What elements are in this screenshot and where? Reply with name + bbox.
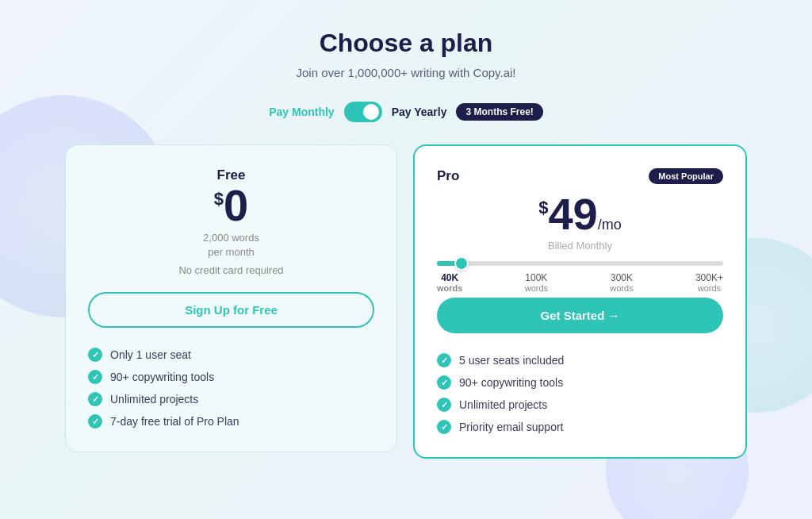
pro-check-icon-4	[437, 420, 451, 434]
slider-labels: 40K words 100K words 300K words 300K+ wo…	[437, 272, 723, 293]
free-feature-4: 7-day free trial of Pro Plan	[88, 410, 374, 432]
slider-thumb[interactable]	[454, 256, 469, 271]
pricing-cards-row: Free $0 2,000 wordsper month No credit c…	[65, 144, 747, 459]
free-feature-1: Only 1 user seat	[88, 344, 374, 366]
pro-cta-button[interactable]: Get Started →	[437, 298, 723, 333]
pro-feature-1: 5 user seats included	[437, 349, 723, 371]
pro-plan-card: Pro Most Popular $49/mo Billed Monthly 4…	[413, 144, 747, 459]
pro-header-row: Pro Most Popular	[437, 168, 723, 184]
free-price-amount: 0	[224, 180, 248, 230]
pro-billed-text: Billed Monthly	[437, 240, 723, 252]
pro-feature-4: Priority email support	[437, 416, 723, 438]
pro-price-per: /mo	[598, 217, 622, 233]
slider-label-40k: 40K words	[437, 272, 462, 293]
slider-amount-300k: 300K	[610, 272, 633, 283]
pro-features-list: 5 user seats included 90+ copywriting to…	[437, 349, 723, 438]
pro-feature-2: 90+ copywriting tools	[437, 371, 723, 394]
free-feature-text-1: Only 1 user seat	[110, 348, 191, 361]
slider-sub-300kplus: words	[695, 283, 723, 293]
slider-amount-300kplus: 300K+	[695, 272, 723, 283]
pro-feature-text-4: Priority email support	[459, 421, 564, 433]
pro-plan-name: Pro	[437, 168, 649, 184]
slider-track	[437, 261, 723, 266]
free-features-list: Only 1 user seat 90+ copywriting tools U…	[88, 344, 374, 432]
slider-amount-100k: 100K	[525, 272, 548, 283]
page-subtitle: Join over 1,000,000+ writing with Copy.a…	[297, 66, 516, 79]
pro-price-amount: 49	[548, 189, 597, 239]
pay-monthly-label: Pay Monthly	[269, 106, 334, 118]
pro-price-row: $49/mo	[437, 192, 723, 236]
pro-feature-text-1: 5 user seats included	[459, 354, 564, 367]
pro-check-icon-1	[437, 353, 451, 367]
pro-feature-text-2: 90+ copywriting tools	[459, 376, 563, 389]
page-wrapper: Choose a plan Join over 1,000,000+ writi…	[0, 0, 812, 475]
slider-sub-300k: words	[610, 283, 633, 293]
free-feature-text-4: 7-day free trial of Pro Plan	[110, 415, 239, 428]
pro-check-icon-3	[437, 398, 451, 412]
check-icon-3	[88, 392, 102, 406]
check-icon-2	[88, 370, 102, 384]
slider-label-300kplus: 300K+ words	[695, 272, 723, 293]
free-price-row: $0	[88, 183, 374, 228]
free-feature-text-2: 90+ copywriting tools	[110, 371, 214, 383]
slider-label-100k: 100K words	[525, 272, 548, 293]
page-title: Choose a plan	[320, 29, 493, 58]
pro-check-icon-2	[437, 375, 451, 390]
free-no-cc: No credit card required	[88, 264, 374, 276]
free-feature-text-3: Unlimited projects	[110, 393, 198, 406]
pay-yearly-label: Pay Yearly	[392, 106, 447, 118]
billing-toggle-switch[interactable]	[344, 102, 382, 122]
slider-amount-40k: 40K	[437, 272, 462, 283]
pro-feature-3: Unlimited projects	[437, 394, 723, 416]
free-price-subtext: 2,000 wordsper month	[88, 231, 374, 260]
pro-price-symbol: $	[538, 198, 548, 217]
slider-sub-100k: words	[525, 283, 548, 293]
free-feature-2: 90+ copywriting tools	[88, 366, 374, 388]
billing-toggle-row: Pay Monthly Pay Yearly 3 Months Free!	[269, 102, 543, 122]
free-price-symbol: $	[214, 189, 224, 209]
slider-sub-40k: words	[437, 283, 462, 293]
free-feature-3: Unlimited projects	[88, 388, 374, 410]
most-popular-badge: Most Popular	[649, 168, 723, 184]
check-icon-4	[88, 414, 102, 429]
pro-feature-text-3: Unlimited projects	[459, 398, 547, 411]
months-free-badge: 3 Months Free!	[456, 103, 542, 121]
free-plan-card: Free $0 2,000 wordsper month No credit c…	[65, 144, 397, 452]
slider-label-300k: 300K words	[610, 272, 633, 293]
free-cta-button[interactable]: Sign Up for Free	[88, 292, 374, 328]
check-icon-1	[88, 348, 102, 362]
word-slider-container: 40K words 100K words 300K words 300K+ wo…	[437, 261, 723, 293]
